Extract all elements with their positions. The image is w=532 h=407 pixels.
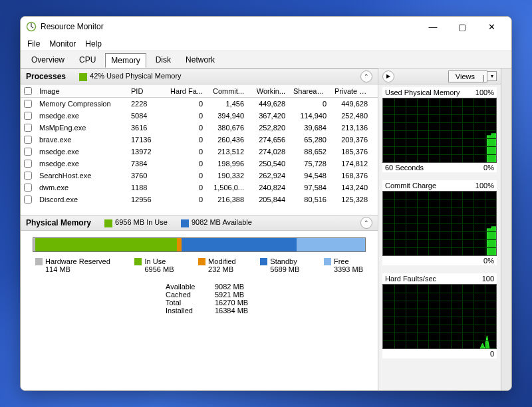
memory-stats: Available9082 MB Cached5921 MB Total1627… [166,283,366,315]
menu-help[interactable]: Help [85,39,102,49]
cell-commit: 213,512 [207,146,248,157]
table-header[interactable]: Image PID Hard Fa... Commit... Workin...… [21,84,378,98]
processes-summary: 42% Used Physical Memory [79,72,182,80]
graph-commit-charge: Commit Charge100% 0% [382,180,497,265]
titlebar[interactable]: Resource Monitor — ▢ ✕ [21,17,511,37]
col-commit[interactable]: Commit... [207,86,248,96]
table-row[interactable]: msedge.exe 5084 0 394,940 367,420 114,94… [21,110,378,122]
cell-pid: 12956 [127,194,166,205]
cell-working: 274,028 [248,146,289,157]
cell-commit: 380,676 [207,122,248,133]
tab-overview[interactable]: Overview [26,53,70,67]
table-row[interactable]: dwm.exe 1188 0 1,506,0... 240,824 97,584… [21,182,378,194]
table-row[interactable]: Memory Compression 2228 0 1,456 449,628 … [21,98,378,110]
memory-bar [33,237,366,252]
table-row[interactable]: Discord.exe 12956 0 216,388 205,844 80,5… [21,194,378,205]
graph2-foot-right: 0% [483,257,494,265]
cell-commit: 1,456 [207,98,248,109]
col-image[interactable]: Image [35,86,127,96]
row-checkbox[interactable] [24,100,32,108]
col-shareable[interactable]: Shareab... [289,86,331,96]
cell-image: msedge.exe [35,146,127,157]
cell-pid: 13972 [127,146,166,157]
row-checkbox[interactable] [24,124,32,132]
cell-image: msedge.exe [35,158,127,169]
processes-table: Image PID Hard Fa... Commit... Workin...… [21,84,378,215]
cell-working: 449,628 [248,98,289,109]
cell-pid: 3616 [127,122,166,133]
views-button[interactable]: Views [448,70,487,82]
membar-seg-mod [177,238,182,251]
play-button[interactable]: ▶ [382,70,394,82]
close-button[interactable]: ✕ [477,17,506,36]
cell-commit: 216,388 [207,194,248,205]
physmem-header[interactable]: Physical Memory 6956 MB In Use 9082 MB A… [21,215,378,231]
cell-working: 205,844 [248,194,289,205]
cell-hardfaults: 0 [166,134,207,145]
cell-private: 213,136 [331,122,372,133]
cell-shareable: 97,584 [289,182,331,193]
col-hardfaults[interactable]: Hard Fa... [166,86,207,96]
row-checkbox[interactable] [24,196,32,204]
cell-shareable: 88,652 [289,146,331,157]
table-row[interactable]: SearchHost.exe 3760 0 190,332 262,924 94… [21,170,378,182]
select-all-checkbox[interactable] [24,87,32,95]
cell-shareable: 94,548 [289,170,331,181]
row-checkbox[interactable] [24,160,32,168]
collapse-physmem-button[interactable]: ⌃ [360,217,372,229]
minimize-button[interactable]: — [418,17,448,36]
membar-seg-standby [182,238,297,251]
cell-hardfaults: 0 [166,158,207,169]
cell-private: 143,240 [331,182,372,193]
graph1-max: 100% [475,88,494,96]
col-pid[interactable]: PID [127,86,166,96]
table-row[interactable]: MsMpEng.exe 3616 0 380,676 252,820 39,68… [21,122,378,134]
cell-hardfaults: 0 [166,170,207,181]
legend-standby: Standby5689 MB [260,257,299,273]
membar-seg-inuse [35,238,176,251]
graph1-title: Used Physical Memory [385,88,460,96]
cell-private: 209,376 [331,134,372,145]
tab-network[interactable]: Network [180,53,220,67]
table-row[interactable]: msedge.exe 13972 0 213,512 274,028 88,65… [21,146,378,158]
collapse-processes-button[interactable]: ⌃ [360,70,372,82]
cell-commit: 190,332 [207,170,248,181]
row-checkbox[interactable] [24,148,32,156]
row-checkbox[interactable] [24,172,32,180]
col-private[interactable]: Private (... [331,86,372,96]
table-row[interactable]: msedge.exe 7384 0 198,996 250,540 75,728… [21,158,378,170]
cell-shareable: 114,940 [289,110,331,121]
graph-hard-faults: Hard Faults/sec100 0 [382,273,497,358]
tab-disk[interactable]: Disk [150,53,176,67]
cell-private: 168,376 [331,170,372,181]
row-checkbox[interactable] [24,112,32,120]
legend-inuse: In Use6956 MB [134,257,174,273]
cell-private: 252,480 [331,110,372,121]
tab-cpu[interactable]: CPU [74,53,101,67]
table-row[interactable]: brave.exe 17136 0 260,436 274,656 65,280… [21,134,378,146]
tab-memory[interactable]: Memory [105,53,146,68]
processes-header[interactable]: Processes 42% Used Physical Memory ⌃ [21,68,378,84]
row-checkbox[interactable] [24,184,32,192]
scrollbar[interactable] [501,68,511,390]
cell-shareable: 80,516 [289,194,331,205]
maximize-button[interactable]: ▢ [448,17,477,36]
graph1-foot-left: 60 Seconds [385,164,424,172]
graph2-max: 100% [475,182,494,190]
available-icon [181,219,189,227]
cell-shareable: 39,684 [289,122,331,133]
cell-hardfaults: 0 [166,182,207,193]
inuse-icon [104,219,112,227]
menu-file[interactable]: File [27,39,40,49]
views-dropdown-icon[interactable]: ▾ [487,71,497,81]
cell-commit: 1,506,0... [207,182,248,193]
row-checkbox[interactable] [24,136,32,144]
cell-working: 250,540 [248,158,289,169]
cell-image: msedge.exe [35,110,127,121]
cell-pid: 1188 [127,182,166,193]
cell-shareable: 65,280 [289,134,331,145]
graph3-canvas [382,284,497,349]
menu-monitor[interactable]: Monitor [49,39,76,49]
col-working[interactable]: Workin... [248,86,289,96]
cell-working: 262,924 [248,170,289,181]
